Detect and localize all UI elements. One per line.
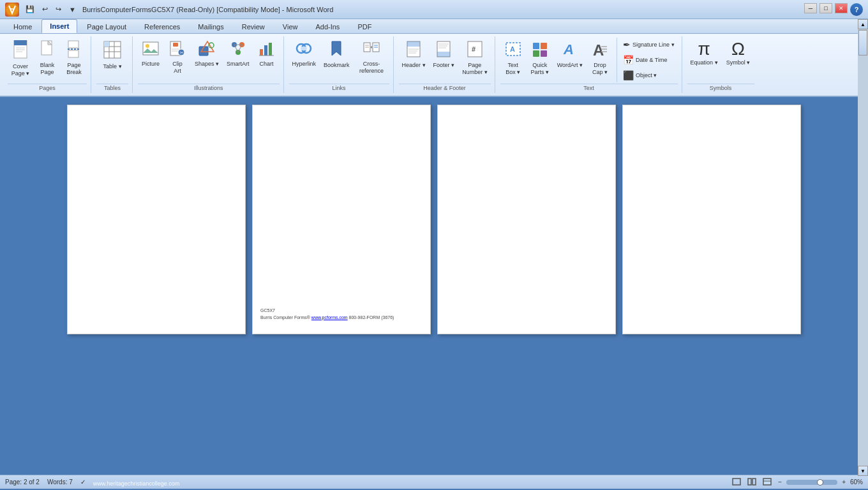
date-time-label: Date & Time — [636, 57, 668, 63]
pages-group-label: Pages — [8, 84, 87, 92]
document-page-2[interactable]: GC5X7 Burris Computer Forms® www.pcforms… — [252, 105, 431, 334]
help-button[interactable]: ? — [850, 3, 863, 16]
table-button[interactable]: Table ▾ — [96, 38, 128, 73]
svg-rect-49 — [407, 41, 420, 47]
cross-reference-icon — [363, 40, 380, 59]
save-qa-button[interactable]: 💾 — [23, 4, 37, 15]
wordart-button[interactable]: A WordArt ▾ — [554, 38, 586, 78]
links-group-label: Links — [289, 84, 389, 92]
zoom-in-button[interactable]: + — [840, 478, 848, 486]
maximize-button[interactable]: □ — [819, 3, 832, 13]
header-button[interactable]: Header ▾ — [399, 38, 429, 71]
tab-insert[interactable]: Insert — [41, 19, 77, 33]
symbol-button[interactable]: Ω Symbol ▾ — [722, 38, 754, 69]
zoom-slider[interactable] — [786, 480, 837, 485]
full-screen-view-button[interactable] — [745, 477, 758, 487]
clip-art-button[interactable]: ✂ ClipArt — [165, 38, 190, 77]
scroll-up-button[interactable]: ▲ — [858, 19, 868, 29]
blank-page-button[interactable]: BlankPage — [34, 38, 60, 78]
customize-qa-button[interactable]: ▼ — [66, 4, 79, 15]
smartart-button[interactable]: SmartArt — [223, 38, 253, 70]
cover-page-button[interactable]: CoverPage ▾ — [8, 38, 33, 80]
hyperlink-icon — [295, 40, 313, 59]
cross-reference-button[interactable]: Cross-reference — [354, 38, 389, 77]
header-footer-group: Header ▾ Footer ▾ — [395, 36, 495, 93]
scroll-thumb[interactable] — [858, 30, 867, 56]
svg-rect-65 — [541, 50, 547, 57]
minimize-button[interactable]: ─ — [804, 3, 817, 13]
smartart-label: SmartArt — [227, 61, 250, 68]
scroll-track[interactable] — [858, 29, 868, 466]
svg-rect-34 — [264, 45, 267, 56]
svg-rect-9 — [68, 50, 79, 57]
links-buttons: Hyperlink Bookmark — [289, 38, 389, 82]
page-number-button[interactable]: # PageNumber ▾ — [459, 38, 491, 78]
document-page-4[interactable] — [622, 105, 801, 334]
quick-parts-button[interactable]: QuickParts ▾ — [527, 38, 553, 78]
svg-text:A: A — [510, 45, 515, 53]
quick-parts-label: QuickParts ▾ — [530, 62, 549, 76]
close-button[interactable]: ✕ — [835, 3, 848, 13]
table-label: Table ▾ — [103, 63, 121, 70]
symbols-group-label: Symbols — [687, 84, 754, 92]
clip-art-icon: ✂ — [169, 40, 186, 59]
picture-label: Picture — [142, 61, 160, 68]
tab-add-ins[interactable]: Add-Ins — [307, 20, 348, 33]
svg-rect-33 — [260, 49, 263, 56]
svg-text:A: A — [593, 41, 604, 58]
tab-view[interactable]: View — [274, 20, 306, 33]
drop-cap-icon: A — [592, 40, 608, 61]
svg-rect-73 — [752, 479, 756, 485]
date-time-button[interactable]: 📅 Date & Time — [620, 53, 678, 67]
equation-button[interactable]: π Equation ▾ — [687, 38, 721, 69]
footer-link[interactable]: www.pcforms.com — [311, 315, 348, 320]
tables-buttons: Table ▾ — [96, 38, 128, 82]
web-layout-view-button[interactable] — [761, 477, 774, 487]
page-number-icon: # — [467, 40, 483, 61]
bookmark-button[interactable]: Bookmark — [320, 38, 353, 71]
drop-cap-button[interactable]: A DropCap ▾ — [587, 38, 613, 78]
scroll-down-button[interactable]: ▼ — [858, 466, 868, 476]
footer-button[interactable]: Footer ▾ — [430, 38, 458, 71]
shapes-button[interactable]: Shapes ▾ — [191, 38, 222, 70]
text-group-buttons: A TextBox ▾ QuickParts ▾ — [500, 38, 678, 82]
cover-page-icon — [12, 40, 29, 62]
page-number-label: PageNumber ▾ — [462, 62, 488, 76]
undo-qa-button[interactable]: ↩ — [40, 4, 50, 15]
tab-page-layout[interactable]: Page Layout — [79, 20, 135, 33]
tab-references[interactable]: References — [136, 20, 188, 33]
office-logo — [5, 3, 19, 17]
shapes-label: Shapes ▾ — [195, 61, 219, 68]
hyperlink-button[interactable]: Hyperlink — [289, 38, 320, 70]
signature-line-button[interactable]: ✒ Signature Line ▾ — [620, 38, 678, 52]
svg-rect-63 — [541, 43, 547, 49]
links-group: Hyperlink Bookmark — [285, 36, 394, 93]
header-label: Header ▾ — [402, 62, 426, 69]
page-break-button[interactable]: PageBreak — [61, 38, 87, 78]
object-button[interactable]: ⬛ Object ▾ — [620, 68, 678, 82]
status-left: Page: 2 of 2 Words: 7 ✓ www.heritagechri… — [5, 478, 179, 487]
tab-mailings[interactable]: Mailings — [190, 20, 232, 33]
drop-cap-label: DropCap ▾ — [592, 62, 608, 76]
print-layout-view-button[interactable] — [730, 477, 743, 487]
document-page-3[interactable] — [437, 105, 616, 334]
title-bar: 💾 ↩ ↪ ▼ BurrisComputerFormsGC5X7 (Read-O… — [0, 0, 868, 19]
text-box-button[interactable]: A TextBox ▾ — [500, 38, 526, 78]
chart-button[interactable]: Chart — [254, 38, 280, 70]
tab-home[interactable]: Home — [5, 20, 40, 33]
quick-parts-icon — [532, 40, 548, 61]
tab-pdf[interactable]: PDF — [349, 20, 380, 33]
text-box-icon: A — [505, 40, 521, 61]
zoom-thumb[interactable] — [817, 479, 823, 486]
picture-button[interactable]: Picture — [138, 38, 163, 70]
header-icon — [406, 40, 421, 61]
svg-rect-62 — [533, 43, 539, 49]
tables-group: Table ▾ Tables — [93, 36, 133, 93]
svg-rect-54 — [437, 52, 450, 57]
wordart-icon: A — [562, 40, 578, 61]
document-page-1[interactable] — [67, 105, 246, 334]
tab-review[interactable]: Review — [234, 20, 273, 33]
redo-qa-button[interactable]: ↪ — [53, 4, 64, 15]
status-right: − + 60% — [730, 477, 863, 487]
zoom-out-button[interactable]: − — [776, 478, 784, 486]
